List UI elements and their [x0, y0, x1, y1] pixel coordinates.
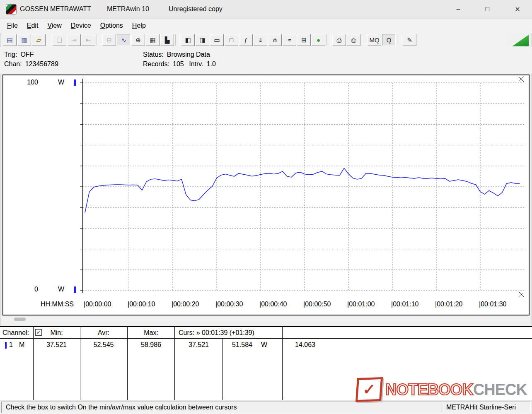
minimize-button[interactable]: – [449, 0, 468, 18]
record-timer-icon: ● [317, 37, 320, 43]
app-logo-icon [6, 4, 17, 14]
avr-column-header: Avr: [80, 329, 127, 337]
memory-download-button[interactable]: ⇓ [254, 34, 267, 46]
menu-bar: FileEditViewDeviceOptionsHelp [0, 19, 532, 33]
device-send-icon: ◧ [185, 37, 191, 43]
y-cursor-marker-top[interactable] [74, 79, 76, 86]
yt-chart-view-icon: ∿ [121, 37, 126, 43]
pc-monitor-icon: □ [230, 37, 233, 43]
minimize-icon: – [457, 5, 460, 13]
tooltip-icon: ✎ [407, 37, 412, 43]
status-bar: Check the box to switch On the min/avr/m… [0, 400, 532, 414]
x-tick-label: |00:00:10 [128, 301, 155, 308]
yt-chart-view-button[interactable]: ∿ [117, 34, 131, 46]
open-icon: ▱ [36, 37, 41, 43]
max-column-header: Max: [127, 329, 175, 337]
print-icon: ⎙ [351, 37, 356, 43]
cursor-header: Curs: » 00:01:39 (+01:39) [179, 329, 254, 337]
xy-view-button[interactable]: ⊕ [131, 34, 145, 46]
zoom-100-icon: MQ [369, 37, 379, 43]
close-icon: ✕ [515, 5, 520, 13]
table-view-button[interactable]: ▦ [146, 34, 160, 46]
avr-value: 52.545 [80, 341, 127, 349]
notebookcheck-logo-icon: ✓ [355, 377, 383, 402]
toolbar-separator [397, 34, 401, 46]
menu-item-view[interactable]: View [43, 20, 66, 31]
cursor-value: 51.584 [232, 341, 252, 349]
x-axis-caption: HH:MM:SS [41, 301, 74, 308]
sawtooth-icon: ≈ [288, 37, 291, 43]
statistics-view-button[interactable]: ▙ [160, 34, 174, 46]
toolbar: ▤▥▱❏⇥⇤⊟∿⊕▦▙◧◨▭□ƒ⇓⋔≈⊞●⎙⎙MQQ✎ [2, 33, 507, 47]
brand-title: GOSSEN METRAWATT [20, 5, 91, 13]
min-column-header: Min: [33, 329, 80, 337]
zoom-100-button[interactable]: MQ [368, 34, 381, 46]
open-button[interactable]: ▱ [32, 34, 46, 46]
formula-button[interactable]: ƒ [239, 34, 253, 46]
pc-monitor-button[interactable]: □ [225, 34, 238, 46]
sawtooth-button[interactable]: ≈ [283, 34, 296, 46]
menu-item-help[interactable]: Help [128, 20, 150, 31]
x-axis-labels: HH:MM:SS |00:00:00|00:00:10|00:00:20|00:… [3, 301, 529, 310]
y-axis-unit-top: W [58, 79, 64, 86]
title-bar: GOSSEN METRAWATT METRAwin 10 Unregistere… [0, 0, 532, 19]
scrollbar-thumb[interactable] [14, 318, 26, 321]
x-tick-label: |00:00:50 [303, 301, 331, 308]
chart-plot-area[interactable] [3, 75, 527, 315]
zoom-in-button[interactable]: Q [382, 34, 396, 46]
toolbar-separator [97, 34, 101, 46]
channel-status: Chan:123456789 [4, 60, 58, 68]
device-receive-button[interactable]: ◨ [196, 34, 209, 46]
export-icon: ⇥ [71, 37, 77, 43]
menu-item-options[interactable]: Options [96, 20, 128, 31]
menu-item-file[interactable]: File [2, 20, 22, 31]
y-cursor-marker-bottom[interactable] [74, 286, 76, 293]
close-button[interactable]: ✕ [508, 0, 527, 18]
status-message-field: Check the box to switch On the min/avr/m… [1, 402, 442, 413]
save-icon: ▥ [21, 37, 27, 43]
channel-color-indicator [5, 342, 7, 349]
copy-data-button[interactable]: ⊞ [297, 34, 311, 46]
watermark-word1: NOTEBOOK [385, 381, 473, 399]
x-tick-label: |00:00:30 [215, 301, 243, 308]
save-as-button[interactable]: ▤ [3, 34, 17, 46]
x-tick-label: |00:01:00 [347, 301, 375, 308]
record-timer-button[interactable]: ● [312, 34, 325, 46]
copy-button: ❏ [53, 34, 66, 46]
menu-item-device[interactable]: Device [66, 20, 96, 31]
channel-column-header: Channel: [2, 329, 29, 337]
check-icon: ✓ [363, 380, 376, 398]
print-preview-icon: ⎙ [336, 37, 341, 43]
maximize-button[interactable]: □ [478, 0, 497, 18]
device-display-button[interactable]: ▭ [210, 34, 224, 46]
save-button[interactable]: ▥ [17, 34, 31, 46]
x-tick-label: |00:01:30 [479, 301, 506, 308]
status-message: Check the box to switch On the min/avr/m… [6, 404, 237, 411]
column-divider [33, 327, 34, 400]
save-as-icon: ▤ [7, 37, 12, 43]
channel-split-button[interactable]: ⋔ [268, 34, 282, 46]
notebookcheck-watermark: ✓ NOTEBOOK CHECK [356, 378, 527, 402]
formula-icon: ƒ [244, 37, 247, 43]
toolbar-separator [362, 34, 366, 46]
delta-section-divider [282, 327, 283, 400]
horizontal-scrollbar[interactable] [2, 317, 528, 321]
device-send-button[interactable]: ◧ [181, 34, 195, 46]
menu-item-edit[interactable]: Edit [22, 20, 43, 31]
column-divider [80, 327, 80, 400]
app-window: GOSSEN METRAWATT METRAwin 10 Unregistere… [0, 0, 532, 414]
tooltip-button[interactable]: ✎ [403, 34, 416, 46]
print-button[interactable]: ⎙ [347, 34, 360, 46]
cursor-section-divider [174, 327, 175, 400]
channel-number: 1 [9, 341, 13, 349]
statistics-view-icon: ▙ [165, 37, 170, 43]
device-receive-icon: ◨ [199, 37, 205, 43]
min-value: 37.521 [33, 341, 80, 349]
copy-data-icon: ⊞ [301, 37, 307, 43]
print-preview-button[interactable]: ⎙ [332, 34, 346, 46]
device-name: METRAHit Starline-Seri [446, 404, 516, 411]
memory-download-icon: ⇓ [258, 37, 263, 43]
cursor-unit: W [261, 341, 267, 349]
export-button: ⇥ [67, 34, 81, 46]
channel-mode: M [19, 341, 24, 349]
